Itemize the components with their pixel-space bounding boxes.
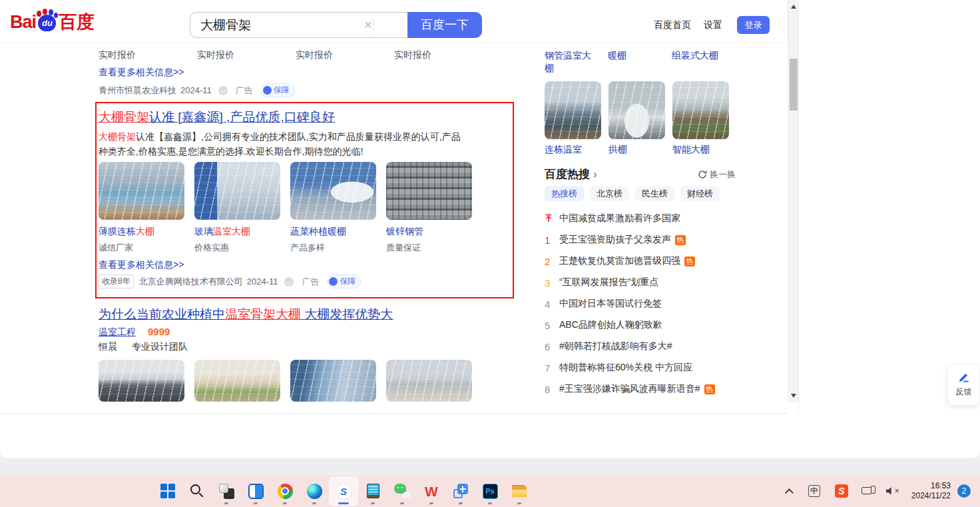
- nav-settings[interactable]: 设置: [704, 19, 722, 31]
- split-panel-icon: [248, 484, 264, 499]
- volume-muted-icon[interactable]: ×: [886, 486, 899, 496]
- hot-item[interactable]: 7 特朗普称将征60%关税 中方回应: [545, 357, 744, 378]
- taskbar-app-notepad[interactable]: [358, 476, 387, 506]
- taskbar-app-edge[interactable]: [300, 476, 329, 506]
- chevron-right-icon[interactable]: ›: [593, 169, 597, 180]
- ad-card-subtitle: 诚信厂家: [99, 242, 184, 254]
- tag-link[interactable]: 温室工程: [99, 326, 136, 338]
- baidu-logo[interactable]: Bai du 百度: [10, 9, 95, 32]
- cast-device-icon[interactable]: [861, 486, 875, 497]
- taskbar-app-photoshop[interactable]: Ps: [475, 476, 505, 506]
- refresh-icon: [698, 170, 707, 179]
- taskbar-app-panel[interactable]: [241, 476, 270, 506]
- search-box[interactable]: ×: [190, 12, 407, 38]
- sidebar-image[interactable]: [609, 81, 665, 139]
- greenhouse-image: [194, 162, 280, 220]
- hot-search-tabs: 热搜榜 北京榜 民生榜 财经榜: [545, 186, 720, 201]
- taskbar-app-taskview[interactable]: [212, 476, 241, 506]
- sidebar-link[interactable]: 组装式大棚: [672, 49, 718, 62]
- sidebar-image-label[interactable]: 拱棚: [609, 143, 627, 156]
- taskbar-app-file-explorer[interactable]: [505, 476, 534, 506]
- clock-date: 2024/11/22: [911, 491, 951, 501]
- ad-result-title[interactable]: 大棚骨架认准 [嘉鑫源] ,产品优质,口碑良好: [99, 109, 335, 126]
- taskbar-app-wechat[interactable]: [387, 476, 417, 506]
- feedback-button[interactable]: 反馈: [948, 365, 979, 405]
- result-menu-chevron-icon[interactable]: [284, 277, 294, 286]
- refresh-hot-search[interactable]: 换一换: [698, 169, 736, 181]
- sidebar-image-label[interactable]: 智能大棚: [672, 143, 710, 156]
- result-meta: 青州市恒晨农业科技 2024-11 广告 保障: [99, 83, 295, 97]
- hot-item-pinned[interactable]: 中国减贫成果激励着许多国家: [545, 208, 744, 229]
- sidebar-image[interactable]: [672, 81, 729, 139]
- see-more-link[interactable]: 查看更多相关信息>>: [99, 259, 184, 271]
- notification-count-badge[interactable]: 2: [957, 484, 971, 498]
- organic-result-title[interactable]: 为什么当前农业种植中温室骨架大棚 大棚发挥优势大: [99, 306, 393, 323]
- taskbar-clock[interactable]: 16:53 2024/11/22: [911, 481, 951, 501]
- clear-search-icon[interactable]: ×: [364, 17, 373, 33]
- search-input[interactable]: [190, 18, 364, 33]
- edge-icon: [307, 484, 322, 499]
- greenhouse-image[interactable]: [194, 360, 280, 402]
- tab-beijing[interactable]: 北京榜: [590, 186, 629, 201]
- guarantee-badge[interactable]: 保障: [261, 83, 295, 97]
- nav-baidu-home[interactable]: 百度首页: [654, 19, 691, 31]
- scroll-down-arrow[interactable]: [791, 394, 796, 398]
- sidebar-link[interactable]: 暖棚: [608, 49, 626, 62]
- result-date: 2024-11: [247, 276, 278, 286]
- hot-item[interactable]: 5 ABC品牌创始人鞠躬致歉: [545, 314, 744, 336]
- taskbar-app-wps[interactable]: W: [417, 476, 446, 506]
- taskbar-app-chrome[interactable]: [270, 476, 300, 506]
- start-button[interactable]: [153, 476, 182, 506]
- hot-item[interactable]: 3 “互联网发展报告”划重点: [545, 272, 744, 293]
- result-menu-chevron-icon[interactable]: [218, 86, 228, 95]
- tab-livelihood[interactable]: 民生榜: [635, 186, 674, 201]
- greenhouse-image[interactable]: [290, 360, 376, 402]
- taskbar-app-s-browser-active[interactable]: S: [329, 476, 358, 506]
- guarantee-badge[interactable]: 保障: [327, 274, 361, 288]
- scroll-up-arrow[interactable]: [791, 5, 796, 9]
- sogou-input-icon[interactable]: S: [835, 484, 848, 498]
- hot-search-title[interactable]: 百度热搜: [545, 167, 590, 182]
- price-link[interactable]: 实时报价: [394, 49, 493, 61]
- tray-expand-chevron-icon[interactable]: [785, 488, 794, 497]
- wps-icon: W: [425, 484, 438, 499]
- price-link[interactable]: 实时报价: [99, 49, 197, 61]
- tab-hot[interactable]: 热搜榜: [545, 186, 584, 201]
- result2-image-row: [99, 360, 472, 402]
- hot-badge: 热: [684, 256, 695, 266]
- ime-language-icon[interactable]: 中: [808, 485, 820, 497]
- browser-scrollbar[interactable]: [788, 0, 798, 402]
- ad-card[interactable]: 玻璃温室大棚 价格实惠: [194, 162, 280, 254]
- hot-item[interactable]: 4 中国对日本等国试行免签: [545, 293, 744, 314]
- sidebar-link[interactable]: 钢管温室大棚: [545, 49, 598, 75]
- greenhouse-image[interactable]: [99, 360, 184, 402]
- hot-badge: 热: [675, 235, 686, 245]
- scrollbar-thumb[interactable]: [790, 59, 798, 111]
- greenhouse-image[interactable]: [386, 360, 472, 402]
- price-link[interactable]: 实时报价: [197, 49, 296, 61]
- sidebar-image-label[interactable]: 连栋温室: [545, 143, 582, 156]
- hot-item[interactable]: 2 王楚钦复仇莫雷加德晋级四强 热: [545, 251, 744, 272]
- hot-item[interactable]: 8 #王宝强涉嫌诈骗风波再曝新语音# 热: [545, 378, 744, 400]
- search-button[interactable]: 百度一下: [407, 12, 482, 38]
- steel-pipes-image: [386, 162, 472, 220]
- ad-card[interactable]: 蔬菜种植暖棚 产品多样: [290, 162, 376, 254]
- hot-item[interactable]: 1 受王宝强资助孩子父亲发声 热: [545, 229, 744, 251]
- ad-card[interactable]: 薄膜连栋大棚 诚信厂家: [99, 162, 184, 254]
- see-more-link[interactable]: 查看更多相关信息>>: [99, 67, 184, 79]
- sidebar-image[interactable]: [545, 81, 601, 139]
- tab-finance[interactable]: 财经榜: [680, 186, 720, 201]
- taskbar-app-snip-plus[interactable]: [446, 476, 475, 506]
- taskbar-search-button[interactable]: [182, 476, 212, 506]
- feedback-label: 反馈: [948, 386, 979, 398]
- ad-result-meta: 收录8年 北京企腾网络技术有限公司 2024-11 广告 保障: [99, 274, 361, 288]
- ad-result-description: 大棚骨架认准【嘉鑫源】,公司拥有专业的技术团队,实力和产品质量获得业界的认可,产…: [99, 129, 469, 159]
- result-source: 北京企腾网络技术有限公司: [139, 276, 243, 288]
- price-link[interactable]: 实时报价: [296, 49, 394, 61]
- login-button[interactable]: 登录: [737, 16, 770, 34]
- s-browser-icon: S: [336, 483, 352, 500]
- hot-item[interactable]: 6 #朝韩若打核战影响有多大#: [545, 336, 744, 357]
- hot-search-header: 百度热搜 › 换一换: [545, 167, 736, 182]
- ad-card[interactable]: 镀锌钢管 质量保证: [386, 162, 472, 254]
- search-icon: [190, 484, 200, 494]
